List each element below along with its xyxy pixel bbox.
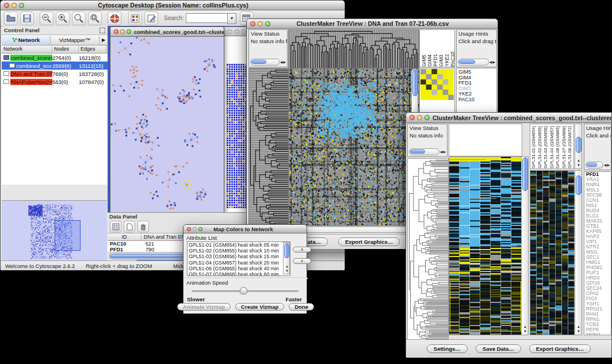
arrow-left-icon[interactable]: ◀ [440,150,443,154]
row-dendrogram[interactable] [248,68,289,226]
heatmap-global[interactable] [449,156,522,335]
arrow-down-icon[interactable]: ▼ [577,329,580,334]
minimize-icon[interactable] [193,227,197,231]
id-column-header[interactable]: ID [108,233,141,240]
window-controls[interactable] [4,3,24,8]
col-nodes[interactable]: Nodes [52,45,79,53]
usage-hints-scrollbar[interactable]: ◀ ▶ [458,59,495,66]
close-icon[interactable] [250,21,255,26]
attribute-item[interactable]: GPL51-07 (GSM868) heat shock 60 min [188,271,290,276]
arrow-right-icon[interactable]: ▶ [443,150,446,154]
close-icon[interactable] [187,227,191,231]
arrow-left-icon[interactable]: ◀ [489,60,492,64]
arrow-left-icon[interactable]: ◀ [280,60,283,64]
speed-slider-thumb[interactable] [240,287,247,294]
label-vscrollbar[interactable]: ▲ ▼ [575,124,582,169]
arrow-right-icon[interactable]: ▶ [607,163,610,167]
cytoscape-titlebar[interactable]: Cytoscape Desktop (Session Name: collins… [1,1,345,10]
arrow-right-icon[interactable]: ▶ [492,60,495,64]
zoom-icon[interactable] [127,29,131,34]
network-canvas[interactable] [110,37,223,215]
zoom-icon[interactable] [19,3,24,8]
zoom-fit-button[interactable] [88,12,102,25]
column-dendrogram[interactable] [288,29,419,68]
tab-network[interactable]: Network [2,36,51,44]
minimize-icon[interactable] [120,29,125,34]
close-icon[interactable] [410,115,415,120]
close-icon[interactable] [228,29,232,34]
float-panel-icon[interactable] [100,28,105,33]
attribute-list-vscrollbar[interactable]: ▲ ▼ [283,242,290,274]
minimize-icon[interactable] [235,29,239,34]
minimize-icon[interactable] [417,115,422,120]
treeview-button[interactable]: Export Graphics… [338,237,400,246]
column-dendrogram-area[interactable] [449,124,522,156]
tab-overflow-button[interactable]: ▶ [100,37,108,43]
zoom-icon[interactable] [265,21,270,26]
attribute-item[interactable]: GPL51-06 (GSM865) heat shock 40 min [188,266,290,271]
heatmap-vscrollbar[interactable]: ▲ ▼ [521,156,529,335]
usage-hints-scrollbar[interactable]: ◀ ▶ [586,162,610,168]
attribute-select-button[interactable] [110,221,121,232]
zoom-icon[interactable] [198,227,202,231]
network-row[interactable]: RNAPuberNov2+ 563(0) 107847(0) [2,78,108,86]
tab-vizmapper[interactable]: VizMapper™ [51,36,100,44]
close-icon[interactable] [114,29,118,34]
attribute-item[interactable]: GPL51-02 (GSM855) heat shock 10 min [188,248,290,254]
arrow-down-icon[interactable]: ▼ [577,163,580,167]
move-up-button[interactable]: ∧ [293,247,311,252]
attribute-item[interactable]: GPL51-01 (GSM854) heat shock 05 min [188,242,290,248]
new-attribute-button[interactable] [124,221,135,232]
treeview-dna-titlebar[interactable]: ClusterMaker TreeView : DNA and Tran 07-… [247,19,498,29]
gene-vscrollbar[interactable]: ▲ ▼ [575,170,582,335]
vizmapper-button[interactable] [128,12,142,25]
arrow-up-icon[interactable]: ▲ [285,264,289,269]
attribute-listbox[interactable]: GPL51-01 (GSM854) heat shock 05 minGPL51… [187,242,290,276]
delete-attribute-button[interactable] [137,221,149,232]
zoom-icon[interactable] [424,115,430,120]
arrow-down-icon[interactable]: ▼ [285,269,289,273]
zoom-in-button[interactable] [56,12,70,25]
treeview-button[interactable]: Export Graphics… [529,344,591,353]
treeview-combined-titlebar[interactable]: ClusterMaker TreeView : combined_scores_… [406,113,611,123]
network-row[interactable]: DNA and Tran 07 769(0) 183728(0) [2,70,108,78]
birdseye-panel[interactable] [2,200,107,261]
dialog-titlebar[interactable]: Map Colors to Network [183,225,307,233]
minimize-icon[interactable] [12,3,17,8]
similarity-matrix[interactable] [420,69,454,100]
help-button[interactable] [108,12,121,25]
heatmap-global[interactable] [288,68,419,226]
search-input[interactable] [186,13,228,23]
col-network[interactable]: Network [2,45,52,53]
minimize-icon[interactable] [258,21,263,26]
treeview-button[interactable]: Settings… [427,344,468,353]
zoom-selected-button[interactable] [72,12,86,25]
arrow-down-icon[interactable]: ▼ [523,329,527,334]
arrow-right-icon[interactable]: ▶ [283,60,286,64]
dialog-button[interactable]: Done [289,303,314,311]
arrow-left-icon[interactable]: ◀ [604,163,607,167]
arrow-up-icon[interactable]: ▲ [523,324,527,329]
arrow-up-icon[interactable]: ▲ [577,324,580,329]
heatmap-zoom[interactable] [530,170,575,335]
zoom-icon[interactable] [242,29,246,34]
search-dropdown-button[interactable]: ▼ [227,13,236,24]
attribute-item[interactable]: GPL51-04 (GSM857) heat shock 20 min [188,260,290,266]
matrix-row-label[interactable]: PAC10 [458,97,496,103]
col-edges[interactable]: Edges [79,45,106,53]
network-row[interactable]: combined_scores 2764(0) 16218(0) [2,53,108,62]
open-session-button[interactable] [4,12,18,25]
dialog-button[interactable]: Animate Vizmap [177,303,231,311]
gene-label[interactable]: MON2 [586,332,611,335]
arrow-up-icon[interactable]: ▲ [577,158,580,163]
view-status-scrollbar[interactable]: ◀ ▶ [250,59,286,66]
row-dendrogram[interactable] [407,158,449,340]
treeview-button[interactable]: Save Data… [476,344,521,353]
save-session-button[interactable] [20,12,34,25]
attribute-item[interactable]: GPL51-03 (GSM856) heat shock 15 min [188,254,290,259]
dialog-button[interactable]: Create Vizmap [235,303,284,311]
view-status-scrollbar[interactable]: ◀ ▶ [409,148,446,155]
network-row[interactable]: combined_sco 2569(6) 13112(15) [2,62,108,70]
close-icon[interactable] [4,3,9,8]
annotation-button[interactable] [144,12,158,25]
